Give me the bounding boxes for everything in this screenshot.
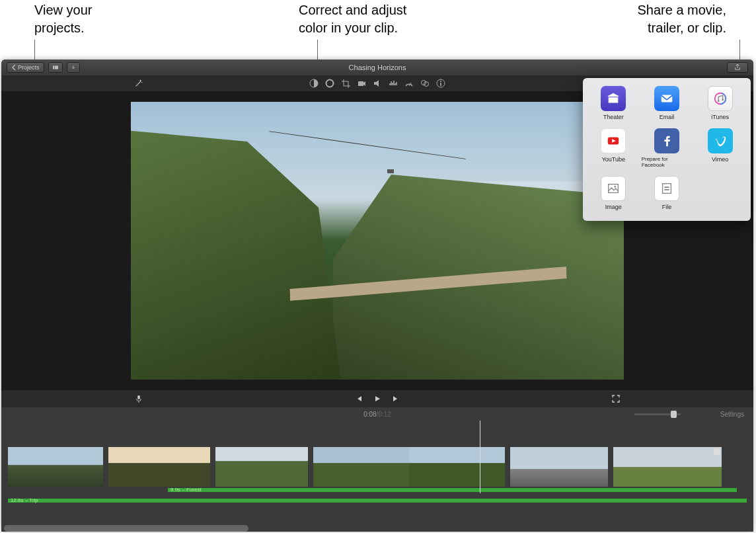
- settings-button[interactable]: Settings: [720, 411, 744, 418]
- clip-filter-button[interactable]: [420, 78, 430, 89]
- media-library-button[interactable]: [48, 62, 63, 73]
- volume-button[interactable]: [372, 78, 383, 89]
- share-image[interactable]: Image: [588, 176, 639, 210]
- share-theater[interactable]: Theater: [588, 86, 639, 120]
- current-time: 0:08: [363, 411, 376, 418]
- share-file[interactable]: File: [642, 176, 693, 210]
- prev-button[interactable]: [354, 393, 364, 404]
- svg-point-8: [440, 81, 441, 82]
- timeline-scrollbar[interactable]: [4, 525, 248, 532]
- share-label: Image: [605, 204, 622, 210]
- annotation-callouts: View your projects. Correct and adjust c…: [0, 0, 756, 60]
- zoom-knob[interactable]: [671, 411, 677, 418]
- skip-back-icon: [355, 395, 363, 403]
- share-email[interactable]: Email: [642, 86, 693, 120]
- share-grid: Theater Email iTunes YouTube Prepare for…: [588, 86, 745, 210]
- callout-share: Share a movie, trailer, or clip.: [637, 1, 726, 37]
- preview-mountain: [131, 128, 342, 380]
- voiceover-button[interactable]: [133, 393, 144, 404]
- share-label: Prepare for Facebook: [642, 156, 693, 168]
- svg-point-5: [422, 81, 426, 85]
- fullscreen-button[interactable]: [611, 393, 621, 404]
- color-correction-button[interactable]: [324, 78, 335, 89]
- callout-text: color in your clip.: [299, 19, 406, 37]
- email-icon: [654, 86, 679, 111]
- audio-track-label: 9.9s – Forest: [170, 487, 202, 493]
- svg-rect-9: [440, 83, 441, 86]
- info-icon: [436, 79, 445, 88]
- preview-cablecar: [387, 169, 394, 173]
- zoom-slider[interactable]: [634, 412, 681, 416]
- library-icon: [53, 64, 58, 71]
- image-icon: [601, 176, 626, 201]
- share-facebook[interactable]: Prepare for Facebook: [642, 128, 693, 168]
- project-title: Chasing Horizons: [1, 63, 753, 71]
- projects-label: Projects: [18, 64, 40, 71]
- callout-line: [34, 40, 35, 62]
- timeline-clip[interactable]: [510, 447, 608, 487]
- svg-point-18: [615, 186, 617, 188]
- total-time: 0:12: [378, 411, 391, 418]
- audio-track[interactable]: [168, 488, 737, 492]
- play-button[interactable]: [372, 393, 383, 404]
- filter-icon: [420, 79, 430, 88]
- share-vimeo[interactable]: Vimeo: [695, 128, 745, 168]
- svg-rect-21: [664, 189, 669, 190]
- play-icon: [373, 395, 381, 403]
- gauge-icon: [404, 79, 414, 88]
- callout-text: Correct and adjust: [299, 1, 406, 19]
- equalizer-icon: [389, 79, 398, 88]
- color-balance-icon: [309, 79, 319, 88]
- share-youtube[interactable]: YouTube: [588, 128, 639, 168]
- playhead[interactable]: [480, 421, 480, 493]
- clip-strip: [8, 447, 747, 487]
- svg-rect-11: [662, 95, 673, 102]
- preview-frame[interactable]: [131, 102, 624, 380]
- timeline-clip[interactable]: [8, 447, 103, 487]
- svg-point-14: [718, 100, 720, 102]
- svg-rect-17: [609, 184, 619, 193]
- callout-color: Correct and adjust color in your clip.: [299, 1, 406, 37]
- share-popover: Theater Email iTunes YouTube Prepare for…: [583, 78, 751, 221]
- timeline-clip[interactable]: [313, 447, 505, 487]
- timeline-clip[interactable]: [108, 447, 210, 487]
- svg-point-3: [326, 80, 334, 87]
- time-info-row: 0:08 / 0:12 Settings: [1, 407, 753, 421]
- info-button[interactable]: [435, 78, 446, 89]
- share-button[interactable]: [727, 62, 748, 73]
- itunes-icon: [708, 86, 733, 111]
- noise-reduction-button[interactable]: [388, 78, 398, 89]
- share-itunes[interactable]: iTunes: [695, 86, 745, 120]
- svg-rect-4: [358, 81, 363, 86]
- callout-text: projects.: [34, 19, 92, 37]
- timeline-clip[interactable]: [215, 447, 308, 487]
- stabilization-button[interactable]: [356, 78, 367, 89]
- next-button[interactable]: [391, 393, 401, 404]
- share-label: Theater: [603, 114, 624, 120]
- zoom-track: [634, 413, 681, 415]
- timeline-clip[interactable]: [613, 447, 722, 487]
- import-button[interactable]: [67, 62, 80, 73]
- enhance-button[interactable]: [133, 78, 144, 89]
- callout-text: Share a movie,: [637, 1, 726, 19]
- playback-controls: [1, 390, 753, 407]
- file-icon: [654, 176, 679, 201]
- share-icon: [734, 64, 741, 71]
- crop-button[interactable]: [340, 78, 351, 89]
- camera-icon: [357, 79, 366, 88]
- speaker-icon: [373, 79, 382, 88]
- share-label: File: [662, 204, 672, 210]
- projects-button[interactable]: Projects: [7, 62, 44, 73]
- share-label: YouTube: [602, 156, 625, 163]
- clip-end-marker: [714, 448, 720, 455]
- facebook-icon: [654, 128, 679, 153]
- speed-button[interactable]: [404, 78, 414, 89]
- audio-track-label: 12.6s – Trip: [11, 497, 38, 503]
- callout-text: trailer, or clip.: [637, 19, 726, 37]
- svg-point-6: [424, 82, 429, 87]
- svg-point-15: [722, 99, 724, 101]
- timeline[interactable]: 9.9s – Forest 12.6s – Trip: [1, 421, 753, 532]
- audio-track[interactable]: [8, 499, 747, 503]
- color-balance-button[interactable]: [309, 78, 319, 89]
- svg-rect-20: [664, 186, 669, 188]
